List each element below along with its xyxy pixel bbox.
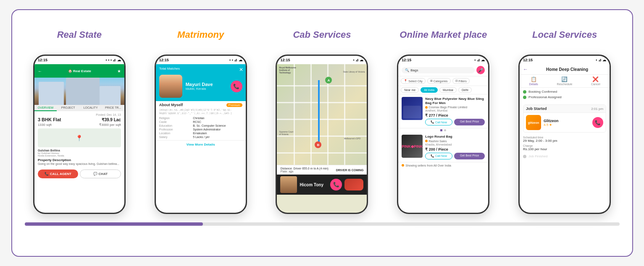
market-seller-1-dot xyxy=(425,106,428,109)
re-posted-date: Posted: Dec 14, 13 xyxy=(38,113,121,116)
market-product-1-best-price-button[interactable]: Get Best Price xyxy=(454,119,485,125)
market-product-2-location: Khadia, Ahmedabad xyxy=(425,143,485,146)
market-chip-mumbai[interactable]: Mumbai xyxy=(439,87,457,93)
market-seller-2-name: Rashmi Sales xyxy=(428,140,447,143)
market-product-1-actions: 📞 Call Now Get Best Price xyxy=(425,119,485,125)
matri-close-icon[interactable]: ✕ xyxy=(239,67,243,73)
market-mic-icon[interactable]: 🎤 xyxy=(476,66,485,74)
market-filter-icon: ⊟ xyxy=(455,79,458,83)
cab-driver-coming: DRIVER IS COMING xyxy=(336,169,364,172)
market-footer: Showing sellers from All Over India xyxy=(398,162,488,169)
re-call-agent-button[interactable]: 📞 CALL AGENT xyxy=(38,170,78,178)
market-product-2: PINK◆PINK Logo Round Bag Rashmi Sales Kh… xyxy=(398,132,488,162)
local-scheduled-label: Scheduled time xyxy=(523,136,606,139)
market-product-2-best-price-button[interactable]: Get Best Price xyxy=(454,153,485,159)
local-services-col: Local Services 12:15 ▪ ⊿ ☁ ← Home Deep C… xyxy=(510,23,620,214)
cab-map: Royal MelbourneInstitute ofTechnology St… xyxy=(277,64,367,165)
real-estate-col: Real State 12:15 ▪ ▪ ▪ ⊿ ☁ ← 🏠 Real Esta… xyxy=(25,23,134,214)
re-tab-price[interactable]: PRICE TR... xyxy=(102,105,124,111)
market-search-box[interactable]: 🔍 Bags xyxy=(402,67,475,73)
local-job-time: 2:01 pm xyxy=(591,107,603,111)
local-call-provider-button[interactable]: 📞 xyxy=(592,117,603,128)
main-container: Real State 12:15 ▪ ▪ ▪ ⊿ ☁ ← 🏠 Real Esta… xyxy=(11,9,633,257)
re-tab-overview[interactable]: OVERVIEW xyxy=(34,105,57,111)
market-product-1-location: Andheri, Mumbai xyxy=(425,109,485,112)
market-product-1-call-button[interactable]: 📞 Call Now xyxy=(425,119,452,125)
re-phone-icon: 📞 xyxy=(45,172,49,176)
matri-details: Religion Christian Caste RCSC Education … xyxy=(159,117,242,138)
matri-view-more-button[interactable]: View More Details xyxy=(156,140,246,149)
local-services-title: Local Services xyxy=(532,23,597,47)
cab-info-bar: Distance: Driver 655.0 m to A (4 min) Pl… xyxy=(277,165,367,175)
local-tab-details[interactable]: 📋 Details xyxy=(529,76,538,86)
local-tab-reschedule[interactable]: 🔄 Reschedule xyxy=(557,76,572,86)
re-location: Noida Extension, Noida xyxy=(38,154,121,157)
marketplace-col: Online Market place 12:15 ▪ ⊿ ☁ 🔍 Bags 🎤 xyxy=(389,23,498,214)
local-schedule: Scheduled time 29 May, 2:00 - 3:00 pm xyxy=(520,134,610,144)
market-chip-delhi[interactable]: Delhi xyxy=(458,87,472,93)
re-project-name: Gulshan Bellina xyxy=(38,149,121,152)
cab-distance-text: Distance: Driver 655.0 m to A (4 min) Pl… xyxy=(280,167,328,173)
local-header-title: Home Deep Cleaning xyxy=(546,67,588,72)
re-desc-text: Going on the good way easy spacious livi… xyxy=(38,162,121,166)
local-tab-cancel[interactable]: ❌ Cancel xyxy=(591,76,600,86)
cab-call-driver-button[interactable]: 📞 xyxy=(330,179,342,190)
re-price-row: 3 BHK Flat ₹39.9 Lac xyxy=(38,117,121,122)
re-tab-project[interactable]: PROJECT xyxy=(57,105,79,111)
local-header: ← Home Deep Cleaning xyxy=(520,64,610,75)
local-assigned-dot xyxy=(523,96,526,99)
market-categories-filter[interactable]: ⊞ Categories xyxy=(427,78,451,84)
local-provider-row: glitzeon Glitzeon 4.5 ★ 📞 xyxy=(523,113,606,132)
market-chip-nearme[interactable]: Near me xyxy=(401,87,419,93)
local-reschedule-icon: 🔄 xyxy=(561,76,568,82)
re-chat-button[interactable]: 💬 CHAT xyxy=(80,170,121,178)
local-services-phone: 12:15 ▪ ⊿ ☁ ← Home Deep Cleaning 📋 Detai… xyxy=(518,55,611,214)
local-status-bar: 12:15 ▪ ⊿ ☁ xyxy=(520,56,610,64)
re-status-bar: 12:15 ▪ ▪ ▪ ⊿ ☁ xyxy=(34,56,124,64)
matri-header-label: Total Matches xyxy=(159,67,180,70)
re-tab-locality[interactable]: LOCALITY xyxy=(79,105,102,111)
market-city-filter[interactable]: 📍 Select City xyxy=(401,78,425,84)
market-grid-icon: ⊞ xyxy=(430,79,433,83)
re-nav-tabs: OVERVIEW PROJECT LOCALITY PRICE TR... xyxy=(34,105,124,111)
local-cancel-icon: ❌ xyxy=(592,76,599,82)
local-scheduled-value: 29 May, 2:00 - 3:00 pm xyxy=(523,139,606,143)
local-screen: ← Home Deep Cleaning 📋 Details 🔄 Resched… xyxy=(520,64,610,213)
local-provider-info: Glitzeon 4.5 ★ xyxy=(544,119,590,127)
market-filters-filter[interactable]: ⊟ Filters xyxy=(452,78,470,84)
re-desc-title: Property Description xyxy=(38,158,121,162)
cab-screen: Royal MelbourneInstitute ofTechnology St… xyxy=(277,64,367,213)
matri-call-icon[interactable]: 📞 xyxy=(231,81,242,92)
market-product-1-price: ₹ 277 / Piece xyxy=(425,113,485,117)
local-charge-value: Rs.100 per hour xyxy=(523,147,606,151)
matri-screen: Total Matches ✕ Mayuri Dave Idukki, Kera… xyxy=(156,64,246,213)
re-property-price: ₹39.9 Lac xyxy=(102,117,121,122)
cab-services-col: Cab Services 12:15 ▪ ⊿ ☁ xyxy=(267,23,377,214)
market-product-2-name: Logo Round Bag xyxy=(425,135,485,139)
matri-about-section: About Myself Premium [#$%@)(#+.%$.,#0|2@… xyxy=(156,101,246,140)
market-product-2-image: PINK◆PINK xyxy=(402,135,423,158)
re-property-title: 3 BHK Flat xyxy=(38,117,61,122)
market-chip-allindia[interactable]: All India xyxy=(421,87,438,93)
cab-driver-section: Hicom Tony 📞 xyxy=(277,175,367,195)
local-back-button[interactable]: ← xyxy=(523,66,528,72)
market-product-1-name: Navy Blue Polyester Navy Blue Sling Bag … xyxy=(425,97,485,105)
re-chat-icon: 💬 xyxy=(93,172,97,176)
matri-bio: [#$%@)(#+.%$.,#0|2@3'#3|5)#0|12"6'7-9"#2… xyxy=(159,108,242,115)
local-job-header: Job Started 2:01 pm xyxy=(523,105,606,113)
matri-avatar-face xyxy=(159,75,182,98)
local-finished-label: Job Finished xyxy=(528,154,547,158)
cab-marker-a: A xyxy=(325,77,332,83)
matri-header: Total Matches ✕ xyxy=(156,64,246,73)
bottom-scrollbar[interactable] xyxy=(25,222,620,226)
real-estate-title: Real State xyxy=(57,23,102,47)
matri-info: Mayuri Dave Idukki, Kerala xyxy=(186,82,227,91)
matri-location: Idukki, Kerala xyxy=(186,87,227,91)
re-map-pin-icon: 📍 xyxy=(76,135,83,141)
market-search-text: Bags xyxy=(410,68,418,72)
market-product-2-call-button[interactable]: 📞 Call Now xyxy=(425,153,452,159)
re-map: 📍 xyxy=(38,128,121,147)
local-assigned-label: Professional Assigned xyxy=(528,95,562,99)
market-filter-bar: 📍 Select City ⊞ Categories ⊟ Filters xyxy=(398,76,488,86)
cab-car-image xyxy=(344,179,363,190)
